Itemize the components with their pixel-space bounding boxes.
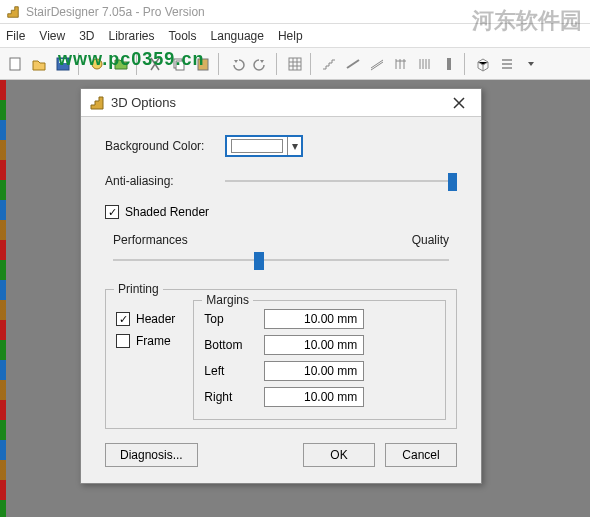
header-label: Header	[136, 312, 175, 326]
tb-balusters-icon[interactable]	[414, 53, 436, 75]
menu-libraries[interactable]: Libraries	[108, 29, 154, 43]
tb-open-icon[interactable]	[28, 53, 50, 75]
quality-label: Quality	[412, 233, 449, 247]
printing-legend: Printing	[114, 282, 163, 296]
margin-bottom-label: Bottom	[204, 338, 254, 352]
margin-bottom-input[interactable]: 10.00 mm	[264, 335, 364, 355]
tb-redo-icon[interactable]	[250, 53, 272, 75]
menu-view[interactable]: View	[39, 29, 65, 43]
header-checkbox[interactable]: ✓	[116, 312, 130, 326]
dialog-titlebar: 3D Options	[81, 89, 481, 117]
svg-rect-8	[447, 58, 451, 70]
close-icon	[453, 97, 465, 109]
margins-group: Margins Top 10.00 mm Bottom 10.00 mm Lef…	[193, 300, 446, 420]
margin-right-input[interactable]: 10.00 mm	[264, 387, 364, 407]
toolbar-separator	[310, 53, 314, 75]
menu-file[interactable]: File	[6, 29, 25, 43]
margin-right-label: Right	[204, 390, 254, 404]
color-swatch	[231, 139, 283, 153]
tb-dropdown-icon[interactable]	[520, 53, 542, 75]
tb-rail-icon[interactable]	[390, 53, 412, 75]
performance-quality-slider[interactable]	[113, 249, 449, 271]
menu-help[interactable]: Help	[278, 29, 303, 43]
performances-label: Performances	[113, 233, 188, 247]
left-content-strip	[0, 80, 6, 517]
frame-label: Frame	[136, 334, 171, 348]
watermark-url: www.pc0359.cn	[58, 49, 204, 70]
menu-3d[interactable]: 3D	[79, 29, 94, 43]
dialog-3d-options: 3D Options Background Color: ▾ Anti-alia…	[80, 88, 482, 484]
bg-color-picker[interactable]: ▾	[225, 135, 303, 157]
toolbar-separator	[276, 53, 280, 75]
shaded-render-label: Shaded Render	[125, 205, 209, 219]
menu-language[interactable]: Language	[211, 29, 264, 43]
diagnosis-button[interactable]: Diagnosis...	[105, 443, 198, 467]
margin-left-label: Left	[204, 364, 254, 378]
svg-rect-0	[10, 58, 20, 70]
margins-legend: Margins	[202, 293, 253, 307]
tb-new-icon[interactable]	[4, 53, 26, 75]
anti-aliasing-label: Anti-aliasing:	[105, 174, 225, 188]
margin-left-input[interactable]: 10.00 mm	[264, 361, 364, 381]
tb-list-icon[interactable]	[496, 53, 518, 75]
toolbar-separator	[218, 53, 222, 75]
frame-checkbox[interactable]	[116, 334, 130, 348]
anti-aliasing-slider[interactable]	[225, 171, 457, 191]
watermark-brand: 河东软件园	[472, 6, 582, 36]
toolbar-separator	[464, 53, 468, 75]
tb-3d-icon[interactable]	[472, 53, 494, 75]
window-title: StairDesigner 7.05a - Pro Version	[26, 5, 205, 19]
tb-stair2-icon[interactable]	[342, 53, 364, 75]
svg-rect-7	[289, 58, 301, 70]
tb-grid-icon[interactable]	[284, 53, 306, 75]
printing-group: Printing ✓ Header Frame Margins Top 10.0…	[105, 289, 457, 429]
margin-top-input[interactable]: 10.00 mm	[264, 309, 364, 329]
ok-button[interactable]: OK	[303, 443, 375, 467]
shaded-render-checkbox[interactable]: ✓	[105, 205, 119, 219]
close-button[interactable]	[445, 92, 473, 114]
tb-post-icon[interactable]	[438, 53, 460, 75]
dialog-title: 3D Options	[111, 95, 445, 110]
app-icon	[6, 5, 20, 19]
bg-color-label: Background Color:	[105, 139, 225, 153]
dialog-icon	[89, 95, 105, 111]
chevron-down-icon: ▾	[287, 137, 301, 155]
menu-tools[interactable]: Tools	[169, 29, 197, 43]
tb-stair1-icon[interactable]	[318, 53, 340, 75]
tb-stair3-icon[interactable]	[366, 53, 388, 75]
tb-undo-icon[interactable]	[226, 53, 248, 75]
cancel-button[interactable]: Cancel	[385, 443, 457, 467]
margin-top-label: Top	[204, 312, 254, 326]
